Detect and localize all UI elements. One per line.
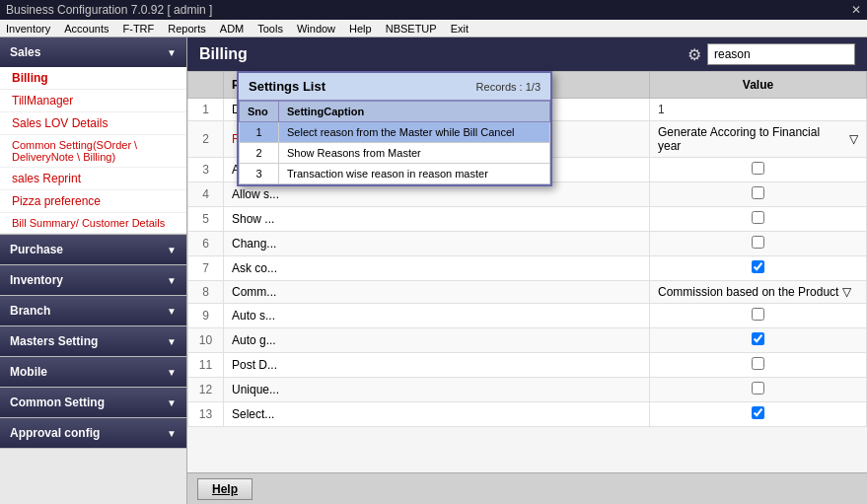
gear-icon[interactable]: ⚙ xyxy=(687,45,701,64)
menu-inventory[interactable]: Inventory xyxy=(4,23,52,35)
checkbox[interactable] xyxy=(752,357,764,370)
row-particular: Select... xyxy=(224,402,650,427)
sidebar-item-salesreprint[interactable]: sales Reprint xyxy=(0,168,186,190)
row-num: 3 xyxy=(188,158,224,182)
chevron-down-icon-inventory: ▼ xyxy=(167,275,177,286)
menu-reports[interactable]: Reports xyxy=(166,23,208,35)
row-num: 1 xyxy=(188,99,224,121)
table-row: 12 Unique... xyxy=(188,378,867,402)
checkbox[interactable] xyxy=(752,308,764,321)
row-value xyxy=(650,328,867,353)
sidebar: Sales ▼ Billing TillManager Sales LOV De… xyxy=(0,37,187,504)
row-value xyxy=(650,378,867,402)
row-num: 9 xyxy=(188,304,224,328)
sidebar-sales-label: Sales xyxy=(10,45,40,59)
help-button[interactable]: Help xyxy=(197,478,253,500)
sidebar-item-billsummary[interactable]: Bill Summary/ Customer Details xyxy=(0,213,186,234)
table-row: 7 Ask co... xyxy=(188,256,867,281)
sidebar-section-branch: Branch ▼ xyxy=(0,296,186,326)
checkbox[interactable] xyxy=(752,332,764,345)
checkbox[interactable] xyxy=(752,211,764,224)
menu-nbsetup[interactable]: NBSETUP xyxy=(384,23,439,35)
sidebar-item-tillmanager[interactable]: TillManager xyxy=(0,90,186,112)
row-value xyxy=(650,232,867,256)
chevron-down-icon-masters: ▼ xyxy=(167,336,177,347)
col-num xyxy=(188,72,224,99)
chevron-down-icon-purchase: ▼ xyxy=(167,245,177,255)
checkbox[interactable] xyxy=(752,406,764,419)
checkbox[interactable] xyxy=(752,382,764,395)
sidebar-item-pizza[interactable]: Pizza preference xyxy=(0,190,186,213)
content-footer: Help xyxy=(187,472,867,504)
sidebar-inventory-label: Inventory xyxy=(10,273,63,287)
settings-col-caption: SettingCaption xyxy=(279,102,550,122)
sidebar-header-approval[interactable]: Approval config ▼ xyxy=(0,418,186,448)
menu-fltrf[interactable]: F-TRF xyxy=(121,23,157,35)
row-particular: Ask co... xyxy=(224,256,650,281)
settings-popup-header: Settings List Records : 1/3 xyxy=(239,73,550,101)
table-row: 11 Post D... xyxy=(188,353,867,378)
menu-exit[interactable]: Exit xyxy=(449,23,470,35)
sidebar-header-masters[interactable]: Masters Setting ▼ xyxy=(0,326,186,356)
sidebar-commonsetting2-label: Common Setting xyxy=(10,396,105,409)
settings-popup-title: Settings List xyxy=(249,79,325,94)
table-row: 13 Select... xyxy=(188,402,867,427)
sidebar-header-branch[interactable]: Branch ▼ xyxy=(0,296,186,325)
sidebar-header-purchase[interactable]: Purchase ▼ xyxy=(0,235,186,264)
settings-caption: Transaction wise reason in reason master xyxy=(279,164,550,184)
chevron-down-icon-branch: ▼ xyxy=(167,306,177,317)
checkbox[interactable] xyxy=(752,186,764,199)
menu-adm[interactable]: ADM xyxy=(218,23,246,35)
sidebar-header-sales[interactable]: Sales ▼ xyxy=(0,37,186,67)
settings-col-sno: Sno xyxy=(240,102,279,122)
row-value xyxy=(650,353,867,378)
row-particular: Comm... xyxy=(224,281,650,304)
row-particular: Auto g... xyxy=(224,328,650,353)
sidebar-masters-label: Masters Setting xyxy=(10,334,98,348)
menu-tools[interactable]: Tools xyxy=(255,23,285,35)
search-input[interactable] xyxy=(707,43,855,65)
menu-bar: Inventory Accounts F-TRF Reports ADM Too… xyxy=(0,20,867,37)
sidebar-header-mobile[interactable]: Mobile ▼ xyxy=(0,357,186,387)
dropdown-icon[interactable]: ▽ xyxy=(849,132,858,146)
checkbox[interactable] xyxy=(752,260,764,273)
sidebar-item-saleslov[interactable]: Sales LOV Details xyxy=(0,112,186,135)
row-value xyxy=(650,207,867,232)
menu-accounts[interactable]: Accounts xyxy=(62,23,110,35)
row-value xyxy=(650,256,867,281)
content-area: Billing ⚙ Particulars Value 1 xyxy=(187,37,867,504)
sidebar-section-commonsetting2: Common Setting ▼ xyxy=(0,388,186,418)
settings-row[interactable]: 2 Show Reasons from Master xyxy=(240,143,550,164)
checkbox[interactable] xyxy=(752,162,764,175)
menu-window[interactable]: Window xyxy=(295,23,337,35)
row-num: 6 xyxy=(188,232,224,256)
settings-list-table: Sno SettingCaption 1 Select reason from … xyxy=(239,101,550,184)
menu-help[interactable]: Help xyxy=(347,23,374,35)
row-num: 2 xyxy=(188,121,224,158)
sidebar-section-masters: Masters Setting ▼ xyxy=(0,326,186,357)
settings-row[interactable]: 3 Transaction wise reason in reason mast… xyxy=(240,164,550,184)
checkbox[interactable] xyxy=(752,236,764,249)
row-particular: Show ... xyxy=(224,207,650,232)
dropdown-icon[interactable]: ▽ xyxy=(842,285,851,299)
close-button[interactable]: ✕ xyxy=(851,3,861,17)
sidebar-mobile-label: Mobile xyxy=(10,365,47,379)
row-value xyxy=(650,402,867,427)
row-num: 7 xyxy=(188,256,224,281)
sidebar-purchase-label: Purchase xyxy=(10,243,63,256)
settings-row[interactable]: 1 Select reason from the Master while Bi… xyxy=(240,122,550,143)
row-num: 8 xyxy=(188,281,224,304)
page-title: Billing xyxy=(199,45,248,63)
sidebar-section-inventory: Inventory ▼ xyxy=(0,265,186,296)
sidebar-item-commonsetting[interactable]: Common Setting(SOrder \DeliveryNote \ Bi… xyxy=(0,135,186,168)
row-value: Generate Accoring to Financial year ▽ xyxy=(650,121,867,158)
sidebar-section-approval: Approval config ▼ xyxy=(0,418,186,449)
sidebar-header-commonsetting2[interactable]: Common Setting ▼ xyxy=(0,388,186,417)
row-num: 13 xyxy=(188,402,224,427)
row-num: 5 xyxy=(188,207,224,232)
sidebar-item-billing[interactable]: Billing xyxy=(0,67,186,90)
sidebar-header-inventory[interactable]: Inventory ▼ xyxy=(0,265,186,295)
chevron-down-icon: ▼ xyxy=(167,47,177,58)
row-value xyxy=(650,182,867,207)
table-row: 5 Show ... xyxy=(188,207,867,232)
